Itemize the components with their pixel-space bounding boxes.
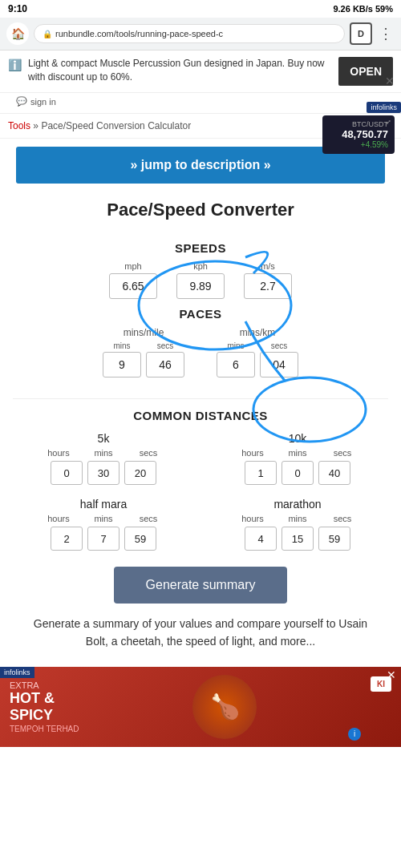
pace-mile-secs-label: secs xyxy=(157,341,174,350)
bottom-ad: EXTRA HOT &SPICY TEMPOH TERHAD 🍗 KI info… xyxy=(0,667,401,747)
crypto-price: 48,750.77 xyxy=(329,128,388,140)
distance-half-mara-labels: hours mins secs xyxy=(43,514,164,523)
network-speed: 9.26 KB/s xyxy=(333,4,373,14)
ad-info-icon: ℹ️ xyxy=(8,59,22,71)
half-mins-input[interactable] xyxy=(87,527,119,551)
ad-banner: ℹ️ Light & compact Muscle Percussion Gun… xyxy=(0,50,401,93)
half-secs-input[interactable] xyxy=(124,527,156,551)
bottom-ad-close-button[interactable]: ✕ xyxy=(387,668,396,681)
kph-label: kph xyxy=(193,261,208,271)
pace-mile-secs-wrap: secs xyxy=(146,341,184,377)
tab-switcher[interactable]: D xyxy=(350,22,372,45)
sign-in-area: 💬 sign in xyxy=(8,95,393,110)
status-bar: 9:10 9.26 KB/s 59% xyxy=(0,0,401,18)
pace-per-km-group: mins/km mins secs xyxy=(217,327,298,377)
10k-secs-input[interactable] xyxy=(318,461,350,485)
speeds-row: mph kph m/s xyxy=(13,261,388,299)
pace-mile-secs-input[interactable] xyxy=(146,352,184,377)
breadcrumb-tools-link[interactable]: Tools xyxy=(8,120,30,131)
ad-tempoh-text: TEMPOH TERHAD xyxy=(10,725,79,733)
distance-10k-labels: hours mins secs xyxy=(237,448,358,458)
speeds-section: SPEEDS mph kph m/s xyxy=(13,241,388,299)
distance-5k-inputs xyxy=(51,461,156,485)
mph-input[interactable] xyxy=(109,273,157,299)
distance-marathon-name: marathon xyxy=(273,498,321,511)
10k-hours-input[interactable] xyxy=(245,461,277,485)
bottom-ad-content: EXTRA HOT &SPICY TEMPOH TERHAD 🍗 KI xyxy=(0,667,401,747)
kph-input[interactable] xyxy=(176,273,225,299)
pace-per-km-title: mins/km xyxy=(240,327,276,338)
half-secs-label: secs xyxy=(132,514,164,523)
bottom-ad-infolinks: infolinks xyxy=(0,667,34,678)
5k-hours-label: hours xyxy=(43,448,75,458)
pace-mile-mins-label: mins xyxy=(113,341,130,350)
5k-mins-input[interactable] xyxy=(87,461,119,485)
10k-mins-input[interactable] xyxy=(282,461,314,485)
pace-mile-mins-wrap: mins xyxy=(103,341,141,377)
crypto-expand-icon[interactable]: ⤢ xyxy=(386,119,391,126)
pace-km-secs-label: secs xyxy=(271,341,288,350)
main-content: Pace/Speed Converter SPEEDS mph kph m/s xyxy=(0,192,401,659)
distance-half-mara-name: half mara xyxy=(80,498,127,511)
distance-10k-inputs xyxy=(245,461,350,485)
marathon-secs-label: secs xyxy=(326,514,358,523)
distance-marathon: marathon hours mins secs xyxy=(207,498,388,551)
pace-km-mins-input[interactable] xyxy=(217,352,255,377)
distances-grid: 5k hours mins secs 10k hours mins xyxy=(13,432,388,551)
kph-group: kph xyxy=(176,261,225,299)
marathon-hours-label: hours xyxy=(237,514,269,523)
pace-per-mile-title: mins/mile xyxy=(124,327,164,338)
infolinks-badge: infolinks xyxy=(367,102,401,113)
crypto-change: +4.59% xyxy=(329,140,388,149)
distance-5k: 5k hours mins secs xyxy=(13,432,194,485)
lock-icon: 🔒 xyxy=(43,30,52,38)
half-hours-input[interactable] xyxy=(51,527,83,551)
ms-group: m/s xyxy=(244,261,292,299)
10k-hours-label: hours xyxy=(237,448,269,458)
pace-mile-mins-input[interactable] xyxy=(103,352,141,377)
marathon-mins-input[interactable] xyxy=(282,527,314,551)
mph-label: mph xyxy=(124,261,141,271)
5k-secs-label: secs xyxy=(132,448,164,458)
home-button[interactable]: 🏠 xyxy=(6,22,29,45)
half-mins-label: mins xyxy=(87,514,119,523)
status-time: 9:10 xyxy=(8,3,27,14)
5k-hours-input[interactable] xyxy=(51,461,83,485)
browser-menu[interactable]: ⋮ xyxy=(377,25,395,42)
half-hours-label: hours xyxy=(43,514,75,523)
5k-secs-input[interactable] xyxy=(124,461,156,485)
marathon-secs-input[interactable] xyxy=(318,527,350,551)
distance-marathon-labels: hours mins secs xyxy=(237,514,358,523)
battery-level: 59% xyxy=(375,4,393,14)
sign-in-text[interactable]: sign in xyxy=(30,97,56,107)
ad-extra-text: EXTRA xyxy=(10,680,79,690)
distance-10k-name: 10k xyxy=(289,432,307,445)
url-bar[interactable]: 🔒 runbundle.com/tools/running-pace-speed… xyxy=(34,24,345,43)
breadcrumb: Tools » Pace/Speed Conversion Calculator… xyxy=(0,114,401,139)
converter-section: SPEEDS mph kph m/s PACES xyxy=(13,233,388,386)
distance-5k-labels: hours mins secs xyxy=(43,448,164,458)
pace-per-mile-inputs: mins secs xyxy=(103,341,184,377)
ad-close-button[interactable]: ✕ xyxy=(385,75,395,87)
distance-half-mara-inputs xyxy=(51,527,156,551)
distance-marathon-inputs xyxy=(245,527,350,551)
generate-summary-button[interactable]: Generate summary xyxy=(114,567,288,604)
browser-chrome: 🏠 🔒 runbundle.com/tools/running-pace-spe… xyxy=(0,18,401,50)
bottom-ad-info-icon: i xyxy=(348,728,361,741)
breadcrumb-separator: » xyxy=(33,120,41,131)
marathon-mins-label: mins xyxy=(282,514,314,523)
crypto-pair: BTC/USDT xyxy=(329,120,388,128)
pace-km-mins-wrap: mins xyxy=(217,341,255,377)
distance-10k: 10k hours mins secs xyxy=(207,432,388,485)
mph-group: mph xyxy=(109,261,157,299)
ad-food-image: 🍗 xyxy=(192,675,257,739)
breadcrumb-current: Pace/Speed Conversion Calculator xyxy=(41,120,191,131)
paces-section: PACES mins/mile mins secs xyxy=(13,307,388,377)
pace-per-km-inputs: mins secs xyxy=(217,341,298,377)
ms-input[interactable] xyxy=(244,273,292,299)
marathon-hours-input[interactable] xyxy=(245,527,277,551)
pace-km-secs-input[interactable] xyxy=(260,352,298,377)
generate-wrap: Generate summary xyxy=(13,567,388,604)
ad-text: Light & compact Muscle Percussion Gun de… xyxy=(28,57,332,84)
pace-km-mins-label: mins xyxy=(227,341,244,350)
